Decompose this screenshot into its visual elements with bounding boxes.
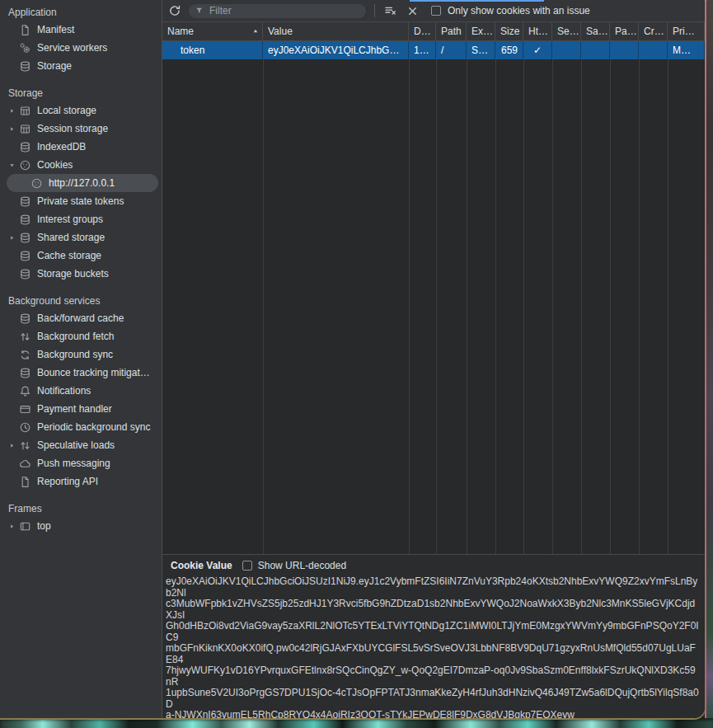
sidebar-section-application: ApplicationManifestService workersStorag…	[0, 4, 162, 75]
column-header-httponly[interactable]: Ht…	[523, 22, 552, 40]
cookies-pane: Only show cookies with an issue NameValu…	[162, 0, 705, 718]
webpage-background-right-edge	[706, 0, 713, 720]
column-header-name[interactable]: Name	[162, 22, 263, 40]
cookie-value-header: Cookie Value Show URL-decoded	[162, 555, 705, 575]
column-header-size[interactable]: Size	[495, 22, 523, 40]
column-header-secure[interactable]: Se…	[552, 22, 581, 40]
database-icon	[18, 213, 31, 226]
chevron-right-icon[interactable]	[5, 442, 18, 449]
filter-input[interactable]	[209, 5, 360, 16]
sidebar-item-label: Manifest	[37, 24, 77, 35]
sidebar-item-label: Local storage	[37, 105, 100, 116]
sidebar-item-top[interactable]: top	[0, 517, 162, 535]
sidebar-section-title: Application	[0, 4, 162, 21]
column-divider	[668, 41, 668, 554]
sidebar-item-label: Push messaging	[37, 458, 114, 469]
sidebar-item-indexeddb[interactable]: IndexedDB	[0, 138, 162, 156]
selected-tab-indicator	[410, 0, 544, 2]
cookie-value-line: a-NJWXnI63vumEL5RhCp8RYO4x4AoiRIz3QOT-sT…	[166, 710, 701, 718]
cloud-icon	[18, 457, 31, 470]
sidebar-item-notifications[interactable]: Notifications	[0, 382, 162, 400]
sidebar-item-cache-storage[interactable]: Cache storage	[0, 247, 162, 265]
column-header-partitionkey[interactable]: Pa…	[610, 22, 639, 40]
column-header-samesite[interactable]: Sa…	[581, 22, 610, 40]
column-header-label: Cr…	[644, 26, 664, 37]
sort-ascending-icon	[251, 27, 260, 35]
column-header-label: D…	[414, 26, 431, 37]
sidebar-item-storage-buckets[interactable]: Storage buckets	[0, 265, 162, 283]
column-divider	[436, 41, 437, 554]
sidebar-item-cookies[interactable]: Cookies	[0, 156, 162, 174]
sidebar-item-periodic-background-sync[interactable]: Periodic background sync	[0, 418, 162, 436]
cookie-value-line: eyJ0eXAiOiJKV1QiLCJhbGciOiJSUzI1NiJ9.eyJ…	[166, 576, 701, 599]
column-header-label: Pa…	[615, 26, 637, 37]
sidebar-item-payment-handler[interactable]: Payment handler	[0, 400, 162, 418]
cell-path: /	[436, 41, 467, 59]
show-url-decoded-checkbox[interactable]	[242, 561, 252, 571]
column-header-priority[interactable]: Pri…	[668, 22, 705, 40]
sidebar-section-frames: Framestop	[0, 500, 162, 535]
sidebar-item-shared-storage[interactable]: Shared storage	[0, 228, 162, 247]
bell-icon	[18, 384, 31, 397]
sidebar-item-private-state-tokens[interactable]: Private state tokens	[0, 192, 162, 210]
chevron-right-icon[interactable]	[5, 107, 18, 115]
clear-all-cookies-button[interactable]	[383, 3, 398, 18]
sidebar-item-label: Background fetch	[37, 331, 117, 342]
sidebar-item-session-storage[interactable]: Session storage	[0, 120, 162, 138]
sidebar-item-label: Storage buckets	[37, 268, 112, 279]
sidebar-item-label: http://127.0.0.1	[49, 177, 118, 189]
column-divider	[552, 41, 553, 554]
show-url-decoded-control: Show URL-decoded	[242, 560, 346, 571]
sidebar-item-label: Shared storage	[37, 232, 108, 243]
sidebar-item-http-127-0-0-1[interactable]: http://127.0.0.1	[7, 174, 158, 192]
card-icon	[18, 402, 31, 416]
toolbar-divider	[374, 4, 375, 17]
chevron-right-icon[interactable]	[5, 234, 18, 242]
column-header-label: Size	[500, 26, 519, 37]
column-header-path[interactable]: Path	[436, 22, 467, 40]
sidebar-item-label: Background sync	[37, 349, 116, 360]
cookie-value-line: 7hjwyWUFKy1vD16YPvrquxGFEtlnx8rSQcCinQgZ…	[166, 665, 701, 688]
sidebar-item-local-storage[interactable]: Local storage	[0, 101, 162, 120]
sidebar-item-label: IndexedDB	[37, 141, 89, 153]
sidebar-item-push-messaging[interactable]: Push messaging	[0, 454, 162, 472]
sidebar-item-background-fetch[interactable]: Background fetch	[0, 327, 162, 345]
refresh-button[interactable]	[167, 3, 182, 18]
chevron-right-icon[interactable]	[5, 125, 18, 133]
sidebar-item-label: Cookies	[37, 159, 76, 171]
filter-box[interactable]	[189, 4, 366, 18]
sidebar-item-service-workers[interactable]: Service workers	[0, 39, 162, 57]
sidebar-item-label: Session storage	[37, 123, 111, 134]
database-icon	[18, 366, 31, 379]
delete-selected-button[interactable]	[405, 3, 420, 18]
sidebar-item-bounce-tracking-mitigat[interactable]: Bounce tracking mitigat…	[0, 364, 162, 382]
column-header-domain[interactable]: D…	[409, 22, 436, 40]
column-header-expires[interactable]: Ex…	[467, 22, 495, 40]
column-divider	[467, 41, 467, 554]
sidebar-item-reporting-api[interactable]: Reporting API	[0, 472, 162, 491]
chevron-right-icon[interactable]	[5, 523, 18, 530]
sidebar-item-background-sync[interactable]: Background sync	[0, 345, 162, 364]
database-icon	[18, 249, 31, 262]
table-row[interactable]: tokeneyJ0eXAiOiJKV1QiLCJhbGci…12…/Se…659…	[162, 41, 705, 59]
only-show-issue-checkbox[interactable]	[431, 6, 441, 16]
cookie-value-line: c3MubWFpbk1vZHVsZS5jb25zdHJ1Y3Rvci5fbG9h…	[166, 599, 701, 621]
sidebar-item-label: Interest groups	[37, 214, 106, 225]
sidebar-item-speculative-loads[interactable]: Speculative loads	[0, 436, 162, 454]
filter-funnel-icon	[195, 6, 205, 16]
sidebar-item-label: Periodic background sync	[37, 421, 153, 433]
cell-size: 659	[495, 41, 523, 59]
cookie-value-text: eyJ0eXAiOiJKV1QiLCJhbGciOiJSUzI1NiJ9.eyJ…	[162, 575, 705, 718]
chevron-down-icon[interactable]	[5, 162, 18, 169]
column-header-value[interactable]: Value	[263, 22, 409, 40]
webpage-background-bottom-strip	[0, 718, 713, 728]
sidebar-item-interest-groups[interactable]: Interest groups	[0, 210, 162, 228]
screenshot-root: { "colors":{ "selection_blue":"#145a96",…	[0, 0, 713, 728]
column-header-crosssite[interactable]: Cr…	[639, 22, 668, 40]
sidebar-item-back-forward-cache[interactable]: Back/forward cache	[0, 309, 162, 327]
sidebar-item-label: Speculative loads	[37, 439, 118, 451]
sidebar-item-storage[interactable]: Storage	[0, 57, 162, 75]
column-header-label: Se…	[557, 26, 579, 37]
sidebar-item-manifest[interactable]: Manifest	[0, 21, 162, 39]
sidebar-item-label: Cache storage	[37, 250, 105, 261]
